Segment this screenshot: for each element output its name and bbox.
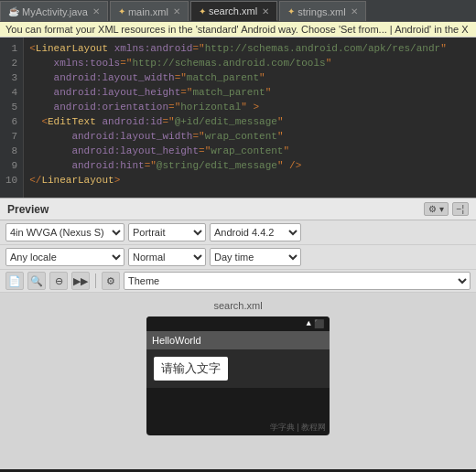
tab-main[interactable]: ✦ main.xml ✕ — [110, 1, 189, 21]
code-line-1: <LinearLayout xmlns:android="http://sche… — [29, 41, 471, 56]
preview-settings-button[interactable]: ⚙ ▾ — [424, 202, 449, 216]
wifi-icon: ▲ — [307, 319, 311, 328]
code-line-2: xmlns:tools="http://schemas.android.com/… — [29, 56, 471, 70]
toolbar-row-1: 4in WVGA (Nexus S) Portrait Landscape An… — [0, 220, 476, 245]
icon-zoom-in-button[interactable]: 🔍 — [27, 272, 46, 290]
phone-body: 请输入文字 — [146, 349, 330, 388]
code-line-5: android:orientation="horizontal" > — [29, 100, 471, 114]
tab-close-strings[interactable]: ✕ — [351, 6, 358, 16]
icon-theme-row: 📄 🔍 ⊖ ▶▶ ⚙ Theme Theme.Light Theme.Dark — [0, 270, 476, 293]
tab-strings[interactable]: ✦ strings.xml ✕ — [279, 1, 366, 21]
tab-myactivity[interactable]: ☕ MyActivity.java ✕ — [0, 1, 108, 21]
phone-mockup: ▲ ⬛ HelloWorld 请输入文字 学字典 | 教程网 — [146, 316, 330, 435]
preview-filename: search.xml — [213, 300, 262, 311]
orientation-dropdown[interactable]: Portrait Landscape — [128, 223, 206, 241]
normal-dropdown[interactable]: Normal — [128, 248, 206, 266]
locale-dropdown[interactable]: Any locale — [5, 248, 124, 266]
main-container: 1 2 3 4 5 6 7 8 9 10 <LinearLayout xmlns… — [0, 38, 476, 469]
phone-title-bar: HelloWorld — [146, 331, 330, 349]
preview-title: Preview — [7, 203, 49, 216]
preview-header: Preview ⚙ ▾ −¦ — [0, 198, 476, 220]
tab-close-search[interactable]: ✕ — [262, 6, 269, 16]
phone-status-bar: ▲ ⬛ — [146, 316, 330, 331]
icon-settings-button[interactable]: ⚙ — [102, 272, 120, 290]
icon-zoom-out-button[interactable]: ⊖ — [49, 272, 68, 290]
code-line-9: android:hint="@string/edit_message" /> — [29, 158, 471, 173]
device-dropdown[interactable]: 4in WVGA (Nexus S) — [5, 223, 124, 241]
xml-icon-strings: ✦ — [287, 6, 295, 16]
xml-icon-search: ✦ — [199, 6, 206, 16]
code-line-8: android:layout_height="wrap_content" — [29, 144, 471, 158]
edit-text-hint: 请输入文字 — [154, 357, 228, 381]
xml-icon-main: ✦ — [118, 6, 125, 16]
api-dropdown[interactable]: Android 4.4.2 — [210, 223, 301, 241]
code-text[interactable]: <LinearLayout xmlns:android="http://sche… — [24, 38, 476, 198]
toolbar-separator — [95, 274, 96, 288]
preview-content: search.xml ▲ ⬛ HelloWorld 请输入文字 学字典 | 教程… — [0, 293, 476, 443]
java-icon: ☕ — [8, 6, 19, 16]
code-line-4: android:layout_height="match_parent" — [29, 85, 471, 100]
preview-pin-button[interactable]: −¦ — [452, 202, 469, 216]
icon-file-button[interactable]: 📄 — [5, 272, 24, 290]
phone-app-title: HelloWorld — [152, 335, 201, 346]
line-numbers: 1 2 3 4 5 6 7 8 9 10 — [0, 38, 24, 198]
info-bar: You can format your XML resources in the… — [0, 22, 476, 38]
tab-bar: ☕ MyActivity.java ✕ ✦ main.xml ✕ ✦ searc… — [0, 0, 476, 22]
toolbar-row-2: Any locale Normal Day time Night — [0, 245, 476, 270]
preview-panel: Preview ⚙ ▾ −¦ 4in WVGA (Nexus S) Portra… — [0, 198, 476, 469]
code-line-10: </LinearLayout> — [29, 173, 471, 188]
icon-forward-button[interactable]: ▶▶ — [71, 272, 90, 290]
daytime-dropdown[interactable]: Day time Night — [210, 248, 301, 266]
code-line-7: android:layout_width="wrap_content" — [29, 129, 471, 144]
preview-actions: ⚙ ▾ −¦ — [424, 202, 469, 216]
tab-close-main[interactable]: ✕ — [173, 6, 180, 16]
tab-close-myactivity[interactable]: ✕ — [92, 6, 100, 16]
code-line-6: <EditText android:id="@+id/edit_message" — [29, 114, 471, 129]
theme-dropdown[interactable]: Theme Theme.Light Theme.Dark — [124, 272, 471, 290]
watermark: 学字典 | 教程网 — [270, 422, 326, 434]
code-line-3: android:layout_width="match_parent" — [29, 70, 471, 85]
signal-icon: ⬛ — [314, 319, 324, 329]
tab-search[interactable]: ✦ search.xml ✕ — [190, 1, 277, 21]
code-editor: 1 2 3 4 5 6 7 8 9 10 <LinearLayout xmlns… — [0, 38, 476, 198]
